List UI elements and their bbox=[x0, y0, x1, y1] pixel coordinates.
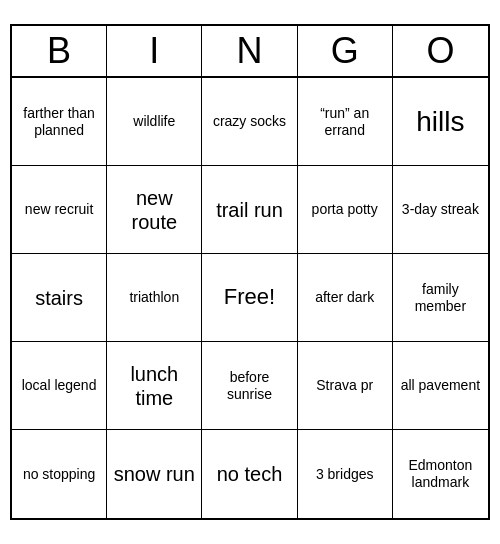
bingo-cell: trail run bbox=[202, 166, 297, 254]
bingo-cell: family member bbox=[393, 254, 488, 342]
bingo-cell: snow run bbox=[107, 430, 202, 518]
header-letter: G bbox=[298, 26, 393, 76]
bingo-cell: Strava pr bbox=[298, 342, 393, 430]
bingo-cell: triathlon bbox=[107, 254, 202, 342]
header-letter: N bbox=[202, 26, 297, 76]
header-letter: O bbox=[393, 26, 488, 76]
bingo-cell: hills bbox=[393, 78, 488, 166]
header-letter: I bbox=[107, 26, 202, 76]
bingo-cell: crazy socks bbox=[202, 78, 297, 166]
bingo-cell: farther than planned bbox=[12, 78, 107, 166]
bingo-cell: porta potty bbox=[298, 166, 393, 254]
bingo-cell: wildlife bbox=[107, 78, 202, 166]
bingo-cell: local legend bbox=[12, 342, 107, 430]
bingo-cell: Edmonton landmark bbox=[393, 430, 488, 518]
bingo-cell: before sunrise bbox=[202, 342, 297, 430]
header-letter: B bbox=[12, 26, 107, 76]
bingo-cell: new route bbox=[107, 166, 202, 254]
bingo-cell: 3 bridges bbox=[298, 430, 393, 518]
bingo-cell: after dark bbox=[298, 254, 393, 342]
bingo-cell: Free! bbox=[202, 254, 297, 342]
bingo-cell: no stopping bbox=[12, 430, 107, 518]
bingo-grid: farther than plannedwildlifecrazy socks“… bbox=[12, 78, 488, 518]
bingo-cell: 3-day streak bbox=[393, 166, 488, 254]
bingo-cell: stairs bbox=[12, 254, 107, 342]
bingo-header: BINGO bbox=[12, 26, 488, 78]
bingo-cell: all pavement bbox=[393, 342, 488, 430]
bingo-cell: “run” an errand bbox=[298, 78, 393, 166]
bingo-cell: no tech bbox=[202, 430, 297, 518]
bingo-cell: lunch time bbox=[107, 342, 202, 430]
bingo-cell: new recruit bbox=[12, 166, 107, 254]
bingo-card: BINGO farther than plannedwildlifecrazy … bbox=[10, 24, 490, 520]
